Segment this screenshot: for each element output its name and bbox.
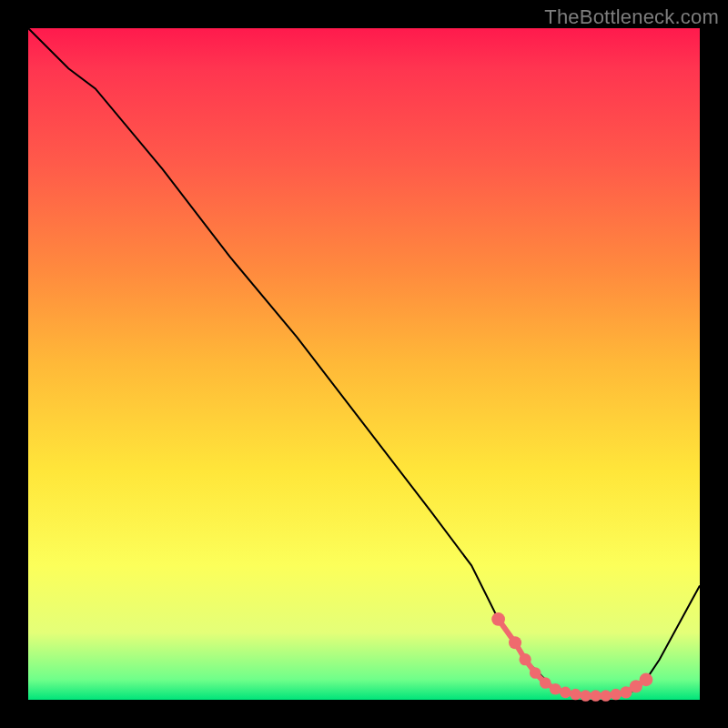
optimal-marker-dot: [640, 672, 653, 686]
bottleneck-curve-path: [28, 28, 700, 696]
chart-stage: TheBottleneck.com: [0, 0, 728, 728]
optimal-marker-dot: [509, 636, 521, 649]
attribution-text: TheBottleneck.com: [544, 5, 719, 29]
chart-plot-area: [28, 28, 700, 700]
optimal-marker-dot: [590, 690, 602, 702]
optimal-markers: [491, 612, 652, 702]
optimal-marker-dot: [530, 667, 541, 679]
optimal-marker-dot: [491, 612, 505, 626]
chart-overlay: [28, 28, 700, 700]
optimal-marker-dot: [540, 677, 551, 689]
optimal-marker-dot: [610, 689, 622, 701]
optimal-marker-dot: [550, 683, 561, 695]
bottleneck-curve: [28, 28, 700, 696]
optimal-marker-dot: [600, 690, 612, 702]
optimal-marker-dot: [519, 653, 531, 665]
optimal-marker-dot: [570, 689, 581, 701]
optimal-marker-dot: [560, 687, 571, 699]
optimal-marker-dot: [580, 690, 592, 702]
